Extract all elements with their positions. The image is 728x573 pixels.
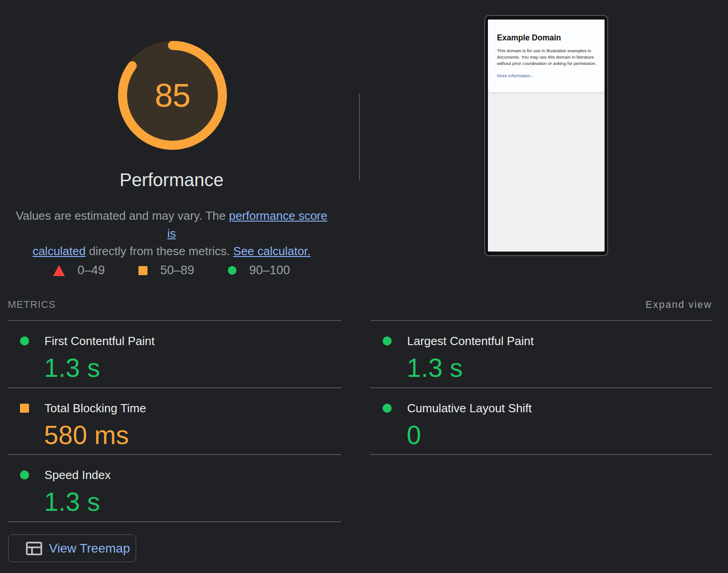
metric-value: 0	[407, 421, 712, 449]
triangle-rating-icon	[53, 265, 65, 276]
metric-label: Total Blocking Time	[44, 401, 341, 415]
view-treemap-label: View Treemap	[49, 541, 130, 556]
view-treemap-button[interactable]: View Treemap	[8, 534, 136, 562]
treemap-icon	[26, 542, 42, 555]
score-scale-legend: 0–4950–8990–100	[0, 263, 343, 277]
disclaimer-line2: calculated directly from these metrics. …	[13, 242, 330, 260]
circle-rating-icon	[20, 336, 29, 346]
legend-range-label: 0–49	[78, 263, 105, 277]
metric-row: Speed Index1.3 s	[8, 455, 341, 522]
circle-rating-icon	[228, 266, 236, 275]
metric-label: Largest Contentful Paint	[407, 334, 712, 348]
legend-item: 0–49	[53, 263, 105, 277]
lighthouse-report: 85 Performance Values are estimated and …	[0, 0, 728, 573]
legend-range-label: 50–89	[160, 263, 194, 277]
metric-value: 1.3 s	[407, 354, 712, 381]
see-calculator-link[interactable]: See calculator.	[233, 244, 311, 258]
screenshot-card: Example Domain This domain is for use in…	[488, 20, 605, 92]
circle-rating-icon	[383, 404, 392, 413]
category-title: Performance	[0, 170, 343, 190]
summary-divider	[359, 94, 360, 181]
metric-label: First Contentful Paint	[44, 334, 341, 348]
metric-label: Cumulative Layout Shift	[407, 401, 712, 415]
square-rating-icon	[138, 266, 148, 275]
metrics-column-left: First Contentful Paint1.3 sTotal Blockin…	[8, 320, 341, 522]
screenshot-content: Example Domain This domain is for use in…	[488, 20, 605, 252]
metric-row: First Contentful Paint1.3 s	[8, 321, 341, 388]
square-rating-icon	[20, 404, 29, 413]
metrics-section-header: METRICS	[8, 299, 56, 311]
legend-item: 90–100	[228, 263, 290, 277]
circle-rating-icon	[20, 470, 29, 479]
screenshot-more-info-link: More information...	[497, 73, 534, 78]
performance-score-value: 85	[117, 40, 228, 151]
performance-score-gauge[interactable]: 85	[117, 40, 228, 151]
calculator-link-part2[interactable]: calculated	[33, 244, 86, 258]
legend-item: 50–89	[138, 263, 194, 277]
metric-label: Speed Index	[44, 468, 341, 482]
legend-range-label: 90–100	[249, 263, 290, 277]
metric-row: Cumulative Layout Shift0	[370, 388, 712, 455]
screenshot-heading: Example Domain	[497, 33, 561, 43]
disclaimer-line1: Values are estimated and may vary. The p…	[13, 207, 330, 242]
page-screenshot-thumbnail: Example Domain This domain is for use in…	[484, 15, 608, 256]
metric-value: 580 ms	[44, 421, 341, 449]
circle-rating-icon	[383, 336, 392, 346]
screenshot-body-text: This domain is for use in illustrative e…	[497, 48, 598, 66]
metric-row: Total Blocking Time580 ms	[8, 388, 341, 455]
disclaimer-text: directly from these metrics.	[86, 244, 233, 258]
expand-view-button[interactable]: Expand view	[645, 299, 712, 311]
metric-value: 1.3 s	[44, 488, 341, 515]
metrics-column-right: Largest Contentful Paint1.3 sCumulative …	[370, 320, 712, 455]
disclaimer-text: Values are estimated and may vary. The	[16, 209, 229, 222]
metric-row: Largest Contentful Paint1.3 s	[370, 321, 712, 388]
score-disclaimer: Values are estimated and may vary. The p…	[13, 207, 330, 260]
metric-value: 1.3 s	[44, 354, 341, 381]
